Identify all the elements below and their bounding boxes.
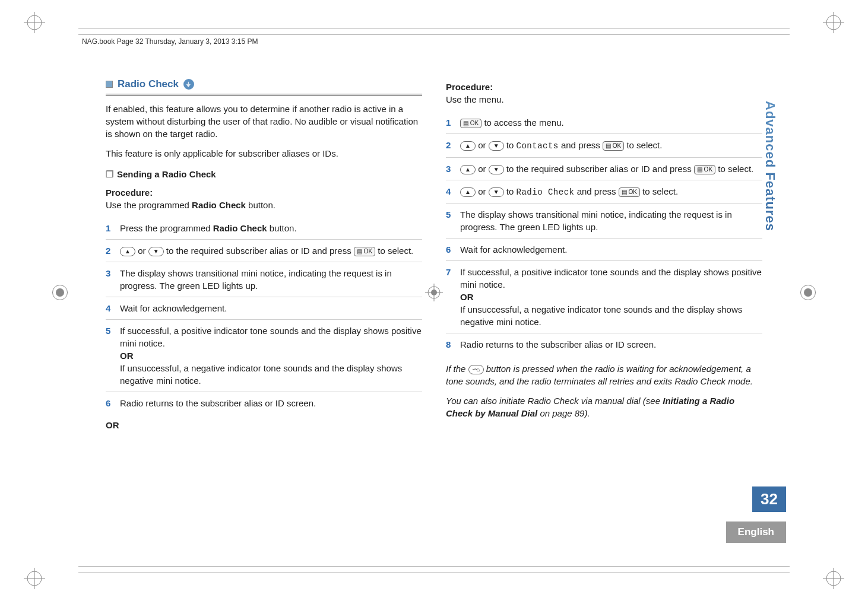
list-item: 3The display shows transitional mini not… (106, 262, 422, 297)
step-number: 1 (446, 116, 454, 129)
crop-mark-icon (24, 568, 45, 589)
section-marker-icon (106, 81, 113, 88)
list-item: 5The display shows transitional mini not… (446, 203, 762, 238)
step-text: ▤ OK to access the menu. (460, 116, 762, 129)
side-tab-label: Advanced Features (762, 101, 778, 231)
or-divider: OR (106, 419, 422, 431)
list-item: 3▲ or ▼ to the required subscriber alias… (446, 157, 762, 180)
left-column: Radio Check ⏚ If enabled, this feature a… (106, 77, 422, 524)
up-key-icon: ▲ (460, 141, 476, 151)
up-key-icon: ▲ (120, 247, 135, 256)
step-number: 1 (106, 222, 114, 234)
antenna-icon: ⏚ (183, 79, 194, 90)
procedure-subtext: Use the programmed Radio Check button. (106, 199, 422, 211)
steps-list: 1▤ OK to access the menu. 2▲ or ▼ to Con… (446, 112, 762, 355)
step-text: ▲ or ▼ to Contacts and press ▤ OK to sel… (460, 139, 762, 152)
step-number: 6 (106, 397, 114, 409)
step-number: 5 (106, 325, 114, 387)
down-key-icon: ▼ (148, 247, 164, 256)
footer-rule (78, 566, 790, 573)
list-item: 1Press the programmed Radio Check button… (106, 217, 422, 239)
header-text: NAG.book Page 32 Thursday, January 3, 20… (82, 37, 258, 46)
list-item: 2▲ or ▼ to the required subscriber alias… (106, 239, 422, 262)
step-text: ▲ or ▼ to the required subscriber alias … (120, 244, 422, 257)
step-text: Wait for acknowledgement. (120, 302, 422, 314)
procedure-subtext: Use the menu. (446, 93, 762, 106)
step-text: ▲ or ▼ to Radio Check and press ▤ OK to … (460, 185, 762, 199)
list-item: 2▲ or ▼ to Contacts and press ▤ OK to se… (446, 133, 762, 157)
step-number: 4 (446, 185, 454, 199)
step-number: 6 (446, 243, 454, 256)
step-text: Press the programmed Radio Check button. (120, 222, 422, 234)
ok-key-icon: ▤ OK (460, 119, 481, 128)
page-number: 32 (752, 486, 786, 512)
list-item: 4Wait for acknowledgement. (106, 297, 422, 319)
procedure-label: Procedure: (106, 186, 422, 199)
up-key-icon: ▲ (460, 165, 476, 174)
ok-key-icon: ▤ OK (354, 247, 375, 256)
list-item: 4▲ or ▼ to Radio Check and press ▤ OK to… (446, 180, 762, 203)
list-item: 6Wait for acknowledgement. (446, 238, 762, 260)
step-text: Wait for acknowledgement. (460, 243, 762, 256)
list-item: 7If successful, a positive indicator ton… (446, 260, 762, 333)
section-title-text: Radio Check (118, 77, 179, 91)
back-key-icon: ⤺⌂ (468, 365, 484, 374)
down-key-icon: ▼ (489, 141, 504, 151)
ok-key-icon: ▤ OK (603, 141, 624, 151)
registration-mark-icon (52, 285, 68, 300)
body-paragraph: This feature is only applicable for subs… (106, 147, 422, 160)
step-text: Radio returns to the subscriber alias or… (120, 397, 422, 409)
step-number: 8 (446, 338, 454, 351)
step-number: 7 (446, 266, 454, 328)
steps-list: 1Press the programmed Radio Check button… (106, 217, 422, 414)
note-paragraph: If the ⤺⌂ button is pressed when the rad… (446, 362, 762, 387)
down-key-icon: ▼ (489, 165, 504, 174)
step-number: 3 (446, 163, 454, 175)
section-title: Radio Check ⏚ (106, 77, 422, 91)
document-icon: ❐ (106, 168, 113, 180)
subsection-title: ❐ Sending a Radio Check (106, 168, 422, 180)
right-column: Procedure: Use the menu. 1▤ OK to access… (446, 77, 762, 524)
language-label: English (726, 521, 786, 543)
step-number: 4 (106, 302, 114, 314)
step-text: The display shows transitional mini noti… (120, 267, 422, 292)
header-rule (78, 28, 790, 35)
step-text: The display shows transitional mini noti… (460, 208, 762, 233)
procedure-label: Procedure: (446, 81, 762, 93)
list-item: 6Radio returns to the subscriber alias o… (106, 392, 422, 414)
list-item: 1▤ OK to access the menu. (446, 112, 762, 133)
section-rule (106, 94, 422, 96)
up-key-icon: ▲ (460, 187, 476, 197)
step-number: 5 (446, 208, 454, 233)
list-item: 5If successful, a positive indicator ton… (106, 319, 422, 392)
note-paragraph: You can also initiate Radio Check via ma… (446, 395, 762, 419)
step-number: 2 (446, 139, 454, 152)
step-text: If successful, a positive indicator tone… (460, 266, 762, 328)
step-number: 2 (106, 244, 114, 257)
ok-key-icon: ▤ OK (619, 187, 640, 197)
subsection-title-text: Sending a Radio Check (117, 168, 216, 180)
crop-mark-icon (24, 12, 45, 33)
crop-mark-icon (823, 12, 844, 33)
list-item: 8Radio returns to the subscriber alias o… (446, 333, 762, 355)
step-number: 3 (106, 267, 114, 292)
registration-mark-icon (800, 285, 816, 300)
step-text: ▲ or ▼ to the required subscriber alias … (460, 163, 762, 175)
down-key-icon: ▼ (489, 187, 504, 197)
step-text: Radio returns to the subscriber alias or… (460, 338, 762, 351)
step-text: If successful, a positive indicator tone… (120, 325, 422, 387)
ok-key-icon: ▤ OK (694, 165, 715, 174)
crop-mark-icon (823, 568, 844, 589)
body-paragraph: If enabled, this feature allows you to d… (106, 103, 422, 140)
